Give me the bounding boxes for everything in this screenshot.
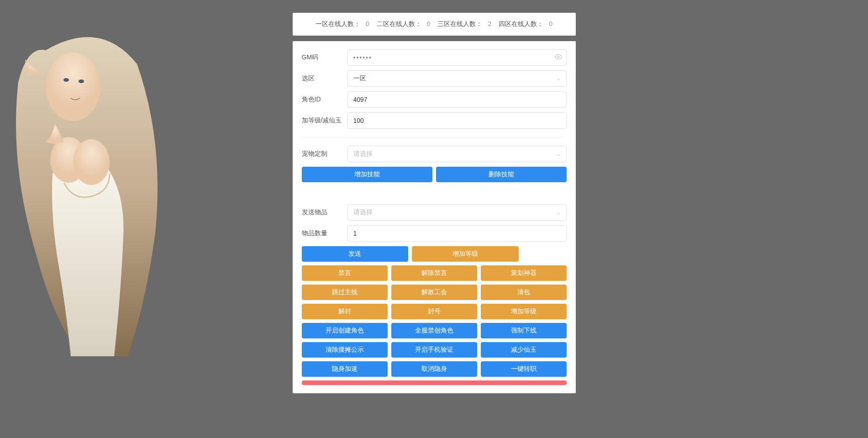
zone1-count: 0 bbox=[366, 20, 369, 27]
force-offline-button[interactable]: 强制下线 bbox=[481, 323, 567, 338]
chevron-down-icon: ⌄ bbox=[556, 75, 561, 82]
ban-create-all-button[interactable]: 全服禁创角色 bbox=[391, 323, 477, 338]
stealth-speed-button[interactable]: 隐身加速 bbox=[302, 361, 388, 377]
disband-guild-button[interactable]: 解散工会 bbox=[391, 285, 477, 300]
item-qty-label: 物品数量 bbox=[302, 229, 347, 237]
unmute-button[interactable]: 解除禁言 bbox=[391, 265, 477, 281]
unban-button[interactable]: 解封 bbox=[302, 304, 388, 319]
zone-label: 选区 bbox=[302, 74, 347, 83]
gm-code-input[interactable] bbox=[347, 49, 567, 66]
ban-button[interactable]: 封号 bbox=[391, 304, 477, 319]
zone1-label: 一区在线人数： bbox=[316, 20, 360, 27]
chevron-down-icon: ⌄ bbox=[556, 151, 561, 157]
pet-select[interactable]: 请选择 ⌄ bbox=[347, 146, 567, 162]
admin-panel: 一区在线人数：0 二区在线人数：0 三区在线人数：2 四区在线人数：0 GM码 … bbox=[293, 0, 576, 393]
zone3-label: 三区在线人数： bbox=[437, 20, 482, 27]
plan-artifact-button[interactable]: 策划神器 bbox=[481, 265, 567, 281]
level-input[interactable] bbox=[347, 112, 567, 129]
one-key-transfer-button[interactable]: 一键转职 bbox=[481, 361, 567, 377]
svg-point-1 bbox=[50, 137, 87, 183]
zone4-count: 0 bbox=[549, 20, 552, 27]
svg-point-5 bbox=[558, 56, 559, 58]
chevron-down-icon: ⌄ bbox=[556, 209, 561, 216]
form-card: GM码 选区 一区 ⌄ 角色ID 加等级/减 bbox=[293, 41, 576, 393]
svg-point-3 bbox=[63, 78, 69, 82]
eye-icon[interactable] bbox=[555, 53, 562, 62]
phone-verify-button[interactable]: 开启手机验证 bbox=[391, 342, 477, 358]
zone2-count: 0 bbox=[427, 20, 431, 27]
send-button[interactable]: 发送 bbox=[302, 246, 409, 262]
role-id-input[interactable] bbox=[347, 91, 567, 108]
open-create-button[interactable]: 开启创建角色 bbox=[302, 323, 388, 338]
svg-point-0 bbox=[46, 53, 100, 121]
send-item-placeholder: 请选择 bbox=[353, 208, 373, 216]
online-stats-bar: 一区在线人数：0 二区在线人数：0 三区在线人数：2 四区在线人数：0 bbox=[293, 13, 576, 36]
cancel-stealth-button[interactable]: 取消隐身 bbox=[391, 361, 477, 377]
zone2-label: 二区在线人数： bbox=[377, 20, 421, 27]
clear-bag-button[interactable]: 清包 bbox=[481, 285, 567, 300]
danger-button[interactable] bbox=[302, 380, 567, 385]
svg-point-2 bbox=[73, 139, 110, 185]
zone-select-value: 一区 bbox=[353, 74, 366, 83]
add-skill-button[interactable]: 增加技能 bbox=[302, 167, 432, 182]
add-level2-button[interactable]: 增加等级 bbox=[481, 304, 567, 319]
pet-select-placeholder: 请选择 bbox=[353, 150, 373, 158]
gm-code-label: GM码 bbox=[302, 53, 347, 62]
add-level-button[interactable]: 增加等级 bbox=[412, 246, 519, 262]
clear-stall-button[interactable]: 清除摆摊公示 bbox=[302, 342, 388, 358]
delete-skill-button[interactable]: 删除技能 bbox=[436, 167, 567, 182]
reduce-jade-button[interactable]: 减少仙玉 bbox=[481, 342, 567, 358]
zone-select[interactable]: 一区 ⌄ bbox=[347, 70, 567, 87]
level-label: 加等级/减仙玉 bbox=[302, 116, 347, 125]
zone4-label: 四区在线人数： bbox=[499, 20, 543, 27]
character-illustration bbox=[0, 27, 174, 356]
pet-label: 宠物定制 bbox=[302, 150, 347, 158]
zone3-count: 2 bbox=[488, 20, 491, 27]
role-id-label: 角色ID bbox=[302, 95, 347, 104]
item-qty-input[interactable] bbox=[347, 225, 567, 242]
mute-button[interactable]: 禁言 bbox=[302, 265, 388, 281]
send-item-label: 发送物品 bbox=[302, 208, 347, 216]
svg-point-4 bbox=[79, 79, 84, 83]
divider bbox=[302, 137, 567, 137]
skip-main-button[interactable]: 跳过主线 bbox=[302, 285, 388, 300]
send-item-select[interactable]: 请选择 ⌄ bbox=[347, 204, 567, 221]
